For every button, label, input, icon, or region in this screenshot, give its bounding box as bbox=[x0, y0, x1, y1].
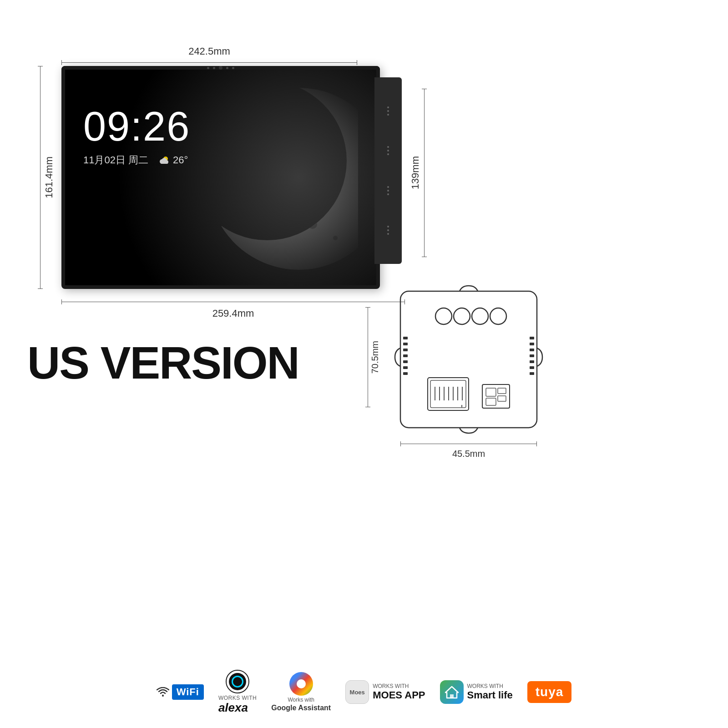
google-text: Works with Google Assistant bbox=[271, 697, 331, 712]
side-dot bbox=[387, 226, 389, 228]
google-inner-dot bbox=[297, 679, 306, 688]
svg-point-5 bbox=[328, 167, 334, 172]
clock-date-weather: 11月02日 周二 26° bbox=[83, 153, 190, 167]
svg-rect-20 bbox=[403, 343, 408, 345]
svg-rect-46 bbox=[498, 388, 506, 394]
svg-point-4 bbox=[318, 202, 325, 210]
svg-rect-23 bbox=[403, 360, 408, 363]
svg-point-3 bbox=[303, 146, 313, 157]
smart-life-works-with-text: WORKS WITH bbox=[467, 683, 513, 689]
svg-rect-27 bbox=[530, 343, 534, 345]
svg-rect-24 bbox=[403, 366, 408, 369]
svg-point-16 bbox=[454, 308, 470, 324]
clock-display: 09:26 11月02日 周二 26° bbox=[83, 106, 190, 167]
svg-point-48 bbox=[162, 695, 164, 697]
back-panel-svg bbox=[391, 282, 546, 437]
svg-point-18 bbox=[490, 308, 506, 324]
device-camera bbox=[219, 66, 222, 70]
moon-svg bbox=[222, 79, 358, 279]
svg-point-8 bbox=[298, 185, 304, 191]
back-dim-left: 70.5mm bbox=[368, 307, 380, 407]
side-panel bbox=[374, 77, 402, 264]
svg-rect-30 bbox=[530, 360, 534, 363]
svg-rect-21 bbox=[403, 349, 408, 351]
svg-rect-22 bbox=[403, 354, 408, 357]
alexa-inner bbox=[229, 673, 246, 690]
svg-point-15 bbox=[435, 308, 452, 324]
back-panel-area: 70.5mm bbox=[373, 282, 564, 459]
device-dot-2 bbox=[213, 67, 215, 69]
svg-rect-13 bbox=[161, 162, 168, 164]
side-dot bbox=[387, 150, 389, 152]
svg-point-6 bbox=[308, 220, 317, 229]
google-badge: Works with Google Assistant bbox=[271, 672, 331, 712]
smart-life-house-icon bbox=[444, 684, 460, 700]
side-dot bbox=[387, 146, 389, 148]
svg-rect-25 bbox=[403, 372, 408, 375]
svg-rect-32 bbox=[530, 372, 534, 375]
tuya-badge: tuya bbox=[527, 681, 572, 703]
wifi-badge: WiFi bbox=[157, 684, 204, 700]
clock-weather: 26° bbox=[157, 154, 188, 166]
us-version-label: US VERSION bbox=[27, 337, 299, 389]
side-dot bbox=[387, 110, 389, 112]
alexa-circle-icon bbox=[226, 670, 249, 693]
back-panel-drawing: 70.5mm bbox=[391, 282, 546, 459]
dim-bottom-label: 259.4mm bbox=[61, 308, 405, 319]
weather-icon bbox=[157, 155, 170, 165]
wifi-text: WiFi bbox=[172, 684, 204, 700]
google-icon bbox=[289, 672, 313, 696]
smart-life-icon bbox=[440, 680, 464, 704]
side-dot bbox=[387, 229, 389, 231]
svg-rect-50 bbox=[450, 694, 454, 698]
back-dim-left-label: 70.5mm bbox=[370, 341, 380, 374]
svg-rect-45 bbox=[486, 398, 496, 405]
svg-rect-29 bbox=[530, 354, 534, 357]
svg-point-17 bbox=[472, 308, 488, 324]
device-screen: 09:26 11月02日 周二 26° bbox=[65, 70, 376, 285]
svg-rect-44 bbox=[486, 388, 496, 396]
dim-top-label: 242.5mm bbox=[61, 46, 357, 57]
side-dot bbox=[387, 106, 389, 108]
side-dot bbox=[387, 153, 389, 155]
moes-works-with-text: WORKS WITH bbox=[373, 683, 425, 689]
smart-life-badge: WORKS WITH Smart life bbox=[440, 680, 513, 704]
svg-rect-19 bbox=[403, 337, 408, 339]
side-dots-4 bbox=[387, 226, 389, 235]
moes-app-text: MOES APP bbox=[373, 690, 425, 701]
side-dot bbox=[387, 193, 389, 195]
side-dot bbox=[387, 233, 389, 235]
temperature: 26° bbox=[173, 154, 188, 166]
moes-icon: Moes bbox=[345, 680, 369, 704]
device-top-bar bbox=[61, 66, 380, 70]
back-dim-bottom: 45.5mm bbox=[400, 441, 537, 459]
dim-right-label: 139mm bbox=[410, 156, 421, 189]
side-dot bbox=[387, 114, 389, 116]
side-dots-2 bbox=[387, 146, 389, 155]
alexa-badge: WORKS WITH alexa bbox=[218, 670, 257, 714]
dim-right-container: 139mm bbox=[410, 89, 425, 257]
moes-text-block: WORKS WITH MOES APP bbox=[373, 683, 425, 700]
alexa-text-block: WORKS WITH alexa bbox=[218, 695, 257, 714]
dim-left-label: 161.4mm bbox=[43, 157, 55, 198]
tuya-text: tuya bbox=[536, 685, 564, 699]
dim-left-container: 161.4mm bbox=[40, 66, 55, 289]
moes-badge: Moes WORKS WITH MOES APP bbox=[345, 680, 425, 704]
svg-point-2 bbox=[222, 88, 358, 270]
alexa-ring bbox=[232, 676, 243, 688]
wifi-icon bbox=[157, 687, 169, 697]
clock-time: 09:26 bbox=[83, 106, 190, 147]
svg-point-7 bbox=[333, 236, 338, 240]
svg-rect-26 bbox=[530, 337, 534, 339]
device-dot-1 bbox=[207, 67, 209, 69]
dim-bottom-container: 259.4mm bbox=[61, 299, 405, 319]
side-dots-3 bbox=[387, 186, 389, 195]
clock-date: 11月02日 周二 bbox=[83, 153, 148, 167]
device-dot-3 bbox=[226, 67, 228, 69]
back-dim-bottom-label: 45.5mm bbox=[452, 449, 485, 459]
side-dot bbox=[387, 190, 389, 192]
svg-rect-28 bbox=[530, 349, 534, 351]
device-frame: 09:26 11月02日 周二 26° bbox=[61, 66, 380, 289]
alexa-name-text: alexa bbox=[218, 701, 248, 714]
svg-rect-31 bbox=[530, 366, 534, 369]
